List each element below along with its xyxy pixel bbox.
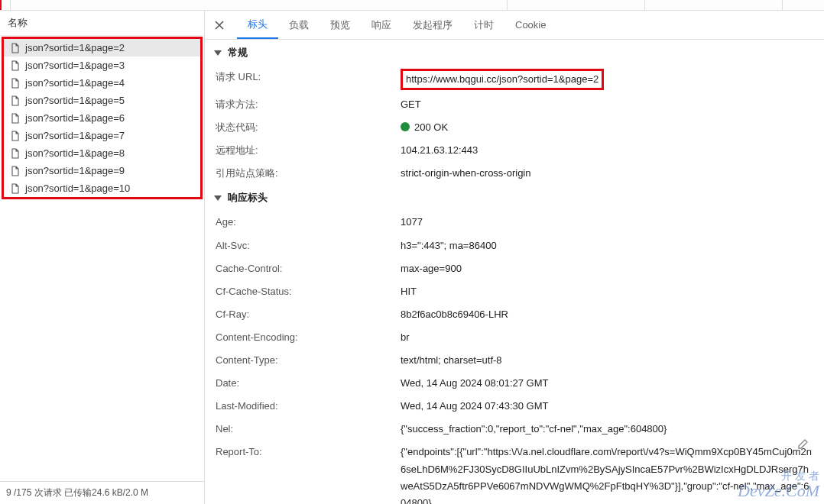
close-icon[interactable] <box>209 15 229 35</box>
status-dot-icon <box>401 122 410 131</box>
request-item-label: json?sortid=1&page=10 <box>25 183 130 194</box>
header-label: Nel: <box>216 421 401 438</box>
file-icon <box>10 113 21 124</box>
sidebar-footer: 9 /175 次请求 已传输24.6 kB/2.0 M <box>0 481 204 504</box>
request-item[interactable]: json?sortid=1&page=5 <box>4 92 200 109</box>
request-item-label: json?sortid=1&page=9 <box>25 165 125 176</box>
header-value: br <box>401 329 813 346</box>
label-remote-address: 远程地址: <box>216 142 401 159</box>
sidebar-header: 名称 <box>0 11 204 36</box>
header-value: 8b2f6ac0b8c69406-LHR <box>401 306 813 323</box>
value-remote-address: 104.21.63.12:443 <box>401 142 813 159</box>
file-icon <box>10 166 21 176</box>
chevron-down-icon <box>214 195 222 201</box>
request-item-label: json?sortid=1&page=2 <box>25 42 125 53</box>
header-label: Report-To: <box>216 444 401 504</box>
tab-cookies[interactable]: Cookie <box>504 11 556 39</box>
value-status-code: 200 OK <box>401 119 813 136</box>
file-icon <box>10 148 21 159</box>
header-row-nel: Nel:{"success_fraction":0,"report_to":"c… <box>205 418 824 441</box>
header-label: Content-Type: <box>216 352 401 369</box>
section-response-headers-label: 响应标头 <box>228 191 268 205</box>
request-item-label: json?sortid=1&page=5 <box>25 95 125 106</box>
request-item[interactable]: json?sortid=1&page=3 <box>4 57 200 74</box>
tab-response[interactable]: 响应 <box>361 11 402 39</box>
header-value: max-age=900 <box>401 260 813 277</box>
file-icon <box>10 78 21 89</box>
request-item-label: json?sortid=1&page=7 <box>25 130 125 141</box>
header-value: Wed, 14 Aug 2024 07:43:30 GMT <box>401 398 813 415</box>
detail-panel: 标头 负载 预览 响应 发起程序 计时 Cookie 常规 请求 URL: ht… <box>205 11 824 504</box>
request-item[interactable]: json?sortid=1&page=7 <box>4 127 200 144</box>
header-row-cachecontrol: Cache-Control:max-age=900 <box>205 257 824 280</box>
url-highlight: https://www.bqgui.cc/json?sortid=1&page=… <box>401 69 604 90</box>
header-value: Wed, 14 Aug 2024 08:01:27 GMT <box>401 375 813 392</box>
header-value: 1077 <box>401 214 813 231</box>
header-label: Content-Encoding: <box>216 329 401 346</box>
request-sidebar: 名称 json?sortid=1&page=2json?sortid=1&pag… <box>0 11 205 504</box>
section-response-headers[interactable]: 响应标头 <box>205 185 824 211</box>
request-item[interactable]: json?sortid=1&page=6 <box>4 109 200 127</box>
tab-initiator[interactable]: 发起程序 <box>402 11 463 39</box>
tab-timing[interactable]: 计时 <box>463 11 504 39</box>
request-item[interactable]: json?sortid=1&page=9 <box>4 162 200 179</box>
label-request-url: 请求 URL: <box>216 69 401 90</box>
header-value: text/html; charset=utf-8 <box>401 352 813 369</box>
request-item-label: json?sortid=1&page=3 <box>25 60 125 71</box>
header-value: HIT <box>401 283 813 300</box>
top-strip <box>0 0 824 11</box>
header-row-contenttype: Content-Type:text/html; charset=utf-8 <box>205 349 824 372</box>
header-value: {"success_fraction":0,"report_to":"cf-ne… <box>401 421 813 438</box>
value-request-method: GET <box>401 96 813 113</box>
label-status-code: 状态代码: <box>216 119 401 136</box>
header-label: Cf-Cache-Status: <box>216 283 401 300</box>
request-item[interactable]: json?sortid=1&page=4 <box>4 74 200 92</box>
file-icon <box>10 60 21 71</box>
detail-tabs: 标头 负载 预览 响应 发起程序 计时 Cookie <box>205 11 824 40</box>
header-row-altsvc: Alt-Svc:h3=":443"; ma=86400 <box>205 234 824 257</box>
header-value: h3=":443"; ma=86400 <box>401 237 813 254</box>
tab-preview[interactable]: 预览 <box>320 11 361 39</box>
header-row-date: Date:Wed, 14 Aug 2024 08:01:27 GMT <box>205 372 824 395</box>
row-referrer-policy: 引用站点策略: strict-origin-when-cross-origin <box>205 162 824 185</box>
tab-payload[interactable]: 负载 <box>278 11 320 39</box>
label-request-method: 请求方法: <box>216 96 401 113</box>
header-label: Age: <box>216 214 401 231</box>
header-row-reportto: Report-To:{"endpoints":[{"url":"https:\/… <box>205 441 824 504</box>
value-request-url: https://www.bqgui.cc/json?sortid=1&page=… <box>401 69 813 90</box>
request-item-label: json?sortid=1&page=6 <box>25 112 125 124</box>
row-remote-address: 远程地址: 104.21.63.12:443 <box>205 139 824 162</box>
tab-headers[interactable]: 标头 <box>237 11 278 39</box>
header-row-cfcachestatus: Cf-Cache-Status:HIT <box>205 280 824 303</box>
header-row-lastmod: Last-Modified:Wed, 14 Aug 2024 07:43:30 … <box>205 395 824 418</box>
header-row-contentencoding: Content-Encoding:br <box>205 326 824 349</box>
header-label: Last-Modified: <box>216 398 401 415</box>
section-general[interactable]: 常规 <box>205 40 824 66</box>
header-label: Cf-Ray: <box>216 306 401 323</box>
value-referrer-policy: strict-origin-when-cross-origin <box>401 165 813 182</box>
row-status-code: 状态代码: 200 OK <box>205 116 824 139</box>
edit-icon[interactable] <box>796 437 810 451</box>
chevron-down-icon <box>214 50 222 56</box>
header-label: Alt-Svc: <box>216 237 401 254</box>
request-item[interactable]: json?sortid=1&page=10 <box>4 179 200 197</box>
file-icon <box>10 43 21 53</box>
request-item[interactable]: json?sortid=1&page=2 <box>4 39 200 57</box>
label-referrer-policy: 引用站点策略: <box>216 165 401 182</box>
row-request-method: 请求方法: GET <box>205 93 824 116</box>
file-icon <box>10 183 21 194</box>
header-label: Cache-Control: <box>216 260 401 277</box>
row-request-url: 请求 URL: https://www.bqgui.cc/json?sortid… <box>205 66 824 93</box>
header-row-age: Age:1077 <box>205 211 824 234</box>
header-label: Date: <box>216 375 401 392</box>
request-item-label: json?sortid=1&page=8 <box>25 147 125 159</box>
file-icon <box>10 95 21 106</box>
header-value: {"endpoints":[{"url":"https:\/\/a.nel.cl… <box>401 444 813 504</box>
request-item[interactable]: json?sortid=1&page=8 <box>4 144 200 162</box>
file-icon <box>10 131 21 141</box>
section-general-label: 常规 <box>228 46 248 60</box>
request-item-label: json?sortid=1&page=4 <box>25 77 125 89</box>
request-list: json?sortid=1&page=2json?sortid=1&page=3… <box>2 37 203 199</box>
header-row-cfray: Cf-Ray:8b2f6ac0b8c69406-LHR <box>205 303 824 326</box>
